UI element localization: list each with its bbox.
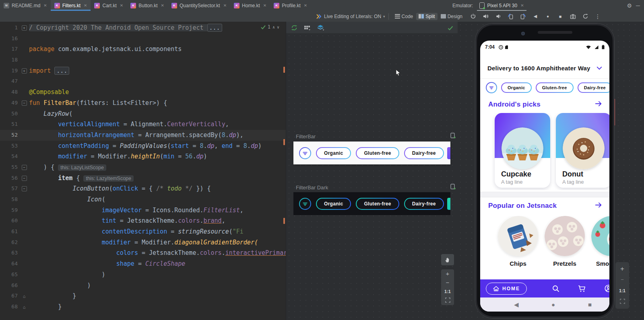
- preview-title-filterbar-dark[interactable]: FilterBar Dark: [296, 185, 328, 191]
- filter-chip-gluten-free[interactable]: Gluten-free: [536, 82, 574, 93]
- code-line: 49−fun FilterBar(filters: List<Filter>) …: [0, 98, 286, 109]
- phone-screen[interactable]: 7:04 Delivery to 1600 Amphitheater Way: [480, 41, 609, 312]
- close-icon[interactable]: ✕: [161, 3, 164, 8]
- popular-pretzels[interactable]: Pretzels: [545, 216, 585, 267]
- nav-home-button[interactable]: HOME: [486, 283, 527, 295]
- kotlin-file-icon: K: [130, 3, 136, 8]
- filter-icon[interactable]: [486, 82, 497, 93]
- live-literals-toggle[interactable]: Live Editing of Literals: ON ▾: [316, 14, 385, 19]
- pan-hand-icon[interactable]: [441, 254, 454, 265]
- fold-marker[interactable]: −: [19, 173, 29, 184]
- build-refresh-icon[interactable]: [291, 25, 297, 31]
- view-mode-design[interactable]: Design: [438, 13, 465, 20]
- arrow-right-icon[interactable]: [594, 100, 603, 109]
- card-donut[interactable]: DonutA tag line: [556, 113, 609, 188]
- preview-title-filterbar[interactable]: FilterBar: [296, 133, 316, 139]
- zoom-out-icon[interactable]: −: [621, 277, 624, 283]
- fold-marker[interactable]: −: [19, 162, 29, 173]
- emulator-label: Emulator:: [452, 3, 473, 8]
- fold-marker[interactable]: +: [19, 66, 29, 76]
- view-mode-code[interactable]: Code: [392, 13, 416, 20]
- nav-search-button[interactable]: [552, 285, 560, 293]
- zoom-out-icon[interactable]: −: [446, 280, 450, 285]
- filter-icon[interactable]: [299, 198, 311, 210]
- gear-icon[interactable]: ⚙: [627, 2, 632, 9]
- android-home-button[interactable]: ●: [551, 301, 555, 308]
- filter-icon[interactable]: [299, 147, 311, 159]
- prev-problem-icon[interactable]: ∧: [272, 25, 275, 29]
- tab-quantityselector-kt[interactable]: KQuantitySelector.kt✕: [168, 0, 230, 11]
- pretzels-image: [545, 216, 585, 256]
- zoom-actual-size[interactable]: 1:1: [619, 288, 625, 293]
- view-mode-split[interactable]: Split: [416, 13, 437, 20]
- tab-filters-kt[interactable]: KFilters.kt✕: [51, 0, 91, 11]
- partial-chip: [447, 147, 450, 159]
- more-icon[interactable]: ⋮: [594, 13, 601, 20]
- overview-icon[interactable]: ■: [557, 13, 564, 20]
- layout-grid-icon[interactable]: [304, 25, 311, 31]
- android-back-button[interactable]: ◀: [514, 301, 519, 308]
- zoom-fit-icon[interactable]: [620, 299, 625, 305]
- home-icon[interactable]: ●: [544, 13, 551, 20]
- close-icon[interactable]: ✕: [223, 3, 227, 8]
- back-icon[interactable]: ◀: [532, 13, 539, 20]
- card-cupcake[interactable]: CupcakeA tag line: [495, 113, 550, 188]
- zoom-actual-size[interactable]: 1:1: [444, 289, 451, 294]
- delivery-address-selector[interactable]: Delivery to 1600 Amphitheater Way: [480, 60, 609, 76]
- inspection-widget[interactable]: 1 ∧ ∨: [261, 24, 279, 30]
- hide-panel-icon[interactable]: ─: [636, 2, 640, 9]
- volume-down-icon[interactable]: [494, 13, 502, 20]
- editor-error-stripe[interactable]: [283, 22, 285, 320]
- close-icon[interactable]: ✕: [263, 3, 266, 8]
- code-line: 56− item { this: LazyItemScope: [0, 173, 286, 184]
- run-on-device-icon[interactable]: [450, 184, 456, 191]
- volume-up-icon[interactable]: [482, 13, 489, 20]
- tab-profile-kt[interactable]: KProfile.kt✕: [270, 0, 311, 11]
- fold-marker[interactable]: ⌂: [19, 291, 29, 302]
- zoom-in-icon[interactable]: +: [620, 266, 624, 272]
- zoom-in-icon[interactable]: +: [446, 271, 450, 277]
- close-icon[interactable]: ✕: [520, 3, 524, 8]
- filter-chip-dairy-free[interactable]: Dairy-free: [404, 198, 444, 210]
- android-overview-button[interactable]: ■: [588, 301, 592, 308]
- home-icon: [493, 285, 500, 292]
- tab-button-kt[interactable]: KButton.kt✕: [127, 0, 168, 11]
- code-editor[interactable]: 1+/ Copyright 2020 The Android Open Sour…: [0, 22, 286, 320]
- next-problem-icon[interactable]: ∨: [277, 25, 279, 29]
- run-on-device-icon[interactable]: [450, 133, 456, 140]
- screenshot-icon[interactable]: [569, 13, 576, 20]
- power-icon[interactable]: [469, 13, 477, 20]
- snapshot-icon[interactable]: [582, 13, 589, 20]
- tab-home-kt[interactable]: KHome.kt✕: [230, 0, 270, 11]
- filter-chip-organic[interactable]: Organic: [316, 198, 351, 210]
- rotate-right-icon[interactable]: [519, 13, 526, 20]
- close-icon[interactable]: ✕: [304, 3, 307, 8]
- filter-chip-gluten-free[interactable]: Gluten-free: [356, 147, 399, 159]
- nav-cart-button[interactable]: [578, 285, 586, 293]
- layers-icon[interactable]: [317, 25, 324, 31]
- code-line: 68⌂ }: [0, 302, 286, 312]
- fold-marker[interactable]: +: [19, 23, 29, 33]
- popular-smoothies[interactable]: Smoothies: [591, 216, 609, 267]
- arrow-right-icon[interactable]: [594, 201, 603, 210]
- filter-chip-organic[interactable]: Organic: [501, 82, 532, 93]
- popular-chips[interactable]: Chips: [498, 216, 538, 267]
- close-icon[interactable]: ✕: [43, 3, 47, 8]
- fold-marker[interactable]: ⌂: [19, 302, 29, 312]
- filter-chip-gluten-free[interactable]: Gluten-free: [356, 198, 399, 210]
- emulator-device-tab[interactable]: Pixel 5 API 30 ✕: [477, 0, 526, 11]
- close-icon[interactable]: ✕: [120, 3, 123, 8]
- compose-preview-pane: FilterBar OrganicGluten-freeDairy-free F…: [286, 22, 458, 320]
- filter-chip-organic[interactable]: Organic: [316, 147, 351, 159]
- nav-profile-button[interactable]: [604, 284, 609, 293]
- tab-cart-kt[interactable]: KCart.kt✕: [91, 0, 127, 11]
- zoom-fit-icon[interactable]: [445, 297, 450, 304]
- tab-readme-md[interactable]: MREADME.md✕: [0, 0, 51, 11]
- filter-chip-dairy-free[interactable]: Dairy-free: [578, 82, 609, 93]
- fold-marker[interactable]: −: [19, 183, 29, 194]
- fold-marker[interactable]: −: [19, 98, 29, 109]
- close-icon[interactable]: ✕: [84, 3, 87, 8]
- filter-chip-dairy-free[interactable]: Dairy-free: [404, 147, 444, 159]
- section-divider: [480, 192, 609, 197]
- rotate-left-icon[interactable]: [507, 13, 514, 20]
